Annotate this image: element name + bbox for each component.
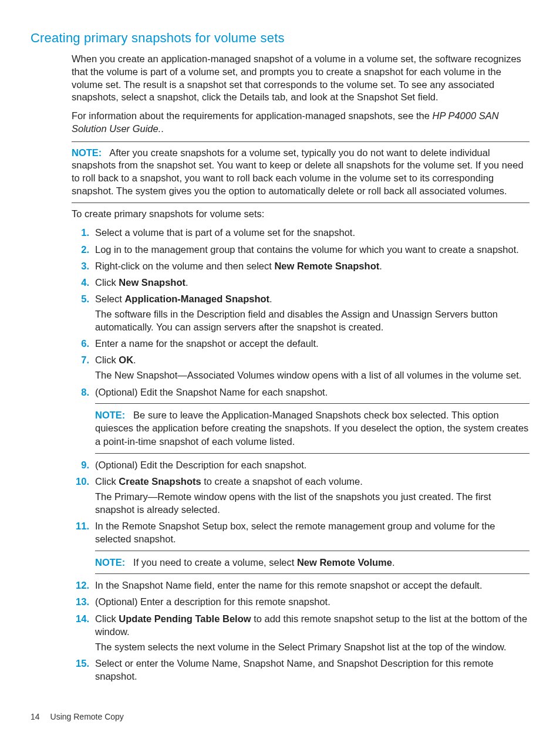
step-number: 8. bbox=[72, 386, 89, 399]
divider bbox=[95, 403, 529, 404]
step-number: 15. bbox=[72, 657, 89, 670]
step-number: 12. bbox=[72, 579, 89, 592]
step-text: In the Snapshot Name field, enter the na… bbox=[95, 580, 482, 590]
note-text: Be sure to leave the Application-Managed… bbox=[95, 410, 528, 447]
ui-action: New Snapshot bbox=[119, 277, 185, 288]
step-text: (Optional) Edit the Snapshot Name for ea… bbox=[95, 387, 328, 397]
intro-paragraph-2: For information about the requirements f… bbox=[72, 110, 529, 136]
footer-section: Using Remote Copy bbox=[50, 712, 124, 721]
step-text: . bbox=[269, 293, 272, 304]
page-number: 14 bbox=[31, 712, 40, 721]
step-number: 13. bbox=[72, 595, 89, 608]
step-number: 11. bbox=[72, 519, 89, 532]
note-label: NOTE: bbox=[95, 410, 125, 420]
step-text: (Optional) Enter a description for this … bbox=[95, 596, 330, 607]
body-content: When you create an application-managed s… bbox=[72, 53, 529, 683]
ui-action: New Remote Volume bbox=[297, 557, 392, 568]
note-label: NOTE: bbox=[72, 147, 102, 158]
step-text: (Optional) Edit the Description for each… bbox=[95, 460, 306, 470]
note-text: After you create snapshots for a volume … bbox=[72, 147, 524, 196]
note-label: NOTE: bbox=[95, 557, 125, 568]
step-6: 6.Enter a name for the snapshot or accep… bbox=[72, 337, 529, 350]
step-3: 3.Right-click on the volume and then sel… bbox=[72, 259, 529, 272]
step-number: 5. bbox=[72, 292, 89, 305]
step-text: Enter a name for the snapshot or accept … bbox=[95, 338, 319, 349]
page-footer: 14Using Remote Copy bbox=[31, 712, 124, 721]
divider bbox=[72, 202, 529, 203]
step-text: . bbox=[133, 355, 136, 365]
step-number: 10. bbox=[72, 475, 89, 488]
intro-paragraph-1: When you create an application-managed s… bbox=[72, 53, 529, 104]
step-text: Select bbox=[95, 293, 124, 304]
step-text: Click bbox=[95, 476, 119, 487]
ui-action: Update Pending Table Below bbox=[119, 613, 251, 624]
section-heading: Creating primary snapshots for volume se… bbox=[31, 31, 529, 46]
step-text: Log in to the management group that cont… bbox=[95, 244, 519, 255]
step-2: 2.Log in to the management group that co… bbox=[72, 243, 529, 256]
step-detail: The software fills in the Description fi… bbox=[95, 308, 529, 333]
step-text: . bbox=[379, 261, 382, 271]
divider bbox=[95, 551, 529, 551]
step-number: 4. bbox=[72, 276, 89, 289]
step-10: 10.Click Create Snapshots to create a sn… bbox=[72, 475, 529, 516]
note-block: NOTE: After you create snapshots for a v… bbox=[72, 147, 529, 198]
text: . bbox=[161, 123, 164, 134]
step-text: Click bbox=[95, 277, 119, 288]
step-7: 7.Click OK. The New Snapshot—Associated … bbox=[72, 353, 529, 382]
step-note: NOTE: If you need to create a volume, se… bbox=[95, 551, 529, 575]
procedure-steps: 1.Select a volume that is part of a volu… bbox=[72, 226, 529, 683]
step-number: 2. bbox=[72, 243, 89, 256]
step-number: 9. bbox=[72, 458, 89, 471]
step-4: 4.Click New Snapshot. bbox=[72, 276, 529, 289]
step-9: 9.(Optional) Edit the Description for ea… bbox=[72, 458, 529, 471]
step-number: 6. bbox=[72, 337, 89, 350]
step-1: 1.Select a volume that is part of a volu… bbox=[72, 226, 529, 239]
step-text: Click bbox=[95, 355, 119, 365]
divider bbox=[72, 141, 529, 142]
step-text: to create a snapshot of each volume. bbox=[201, 476, 363, 487]
step-11: 11.In the Remote Snapshot Setup box, sel… bbox=[72, 519, 529, 574]
procedure-intro: To create primary snapshots for volume s… bbox=[72, 208, 529, 221]
divider bbox=[95, 573, 529, 574]
step-12: 12.In the Snapshot Name field, enter the… bbox=[72, 579, 529, 592]
step-text: . bbox=[185, 277, 188, 288]
ui-action: Application-Managed Snapshot bbox=[124, 293, 269, 304]
step-number: 7. bbox=[72, 353, 89, 366]
page: Creating primary snapshots for volume se… bbox=[0, 0, 560, 746]
ui-action: OK bbox=[119, 355, 133, 365]
step-number: 3. bbox=[72, 259, 89, 272]
step-15: 15.Select or enter the Volume Name, Snap… bbox=[72, 657, 529, 683]
step-detail: The Primary—Remote window opens with the… bbox=[95, 490, 529, 516]
step-text: Right-click on the volume and then selec… bbox=[95, 261, 274, 271]
text: For information about the requirements f… bbox=[72, 110, 433, 121]
note-text: . bbox=[392, 557, 395, 568]
step-note: NOTE: Be sure to leave the Application-M… bbox=[95, 403, 529, 454]
step-number: 14. bbox=[72, 612, 89, 625]
step-5: 5.Select Application-Managed Snapshot. T… bbox=[72, 292, 529, 333]
step-text: Select or enter the Volume Name, Snapsho… bbox=[95, 658, 494, 681]
step-13: 13.(Optional) Enter a description for th… bbox=[72, 595, 529, 608]
step-8: 8.(Optional) Edit the Snapshot Name for … bbox=[72, 386, 529, 454]
step-number: 1. bbox=[72, 226, 89, 239]
step-text: Click bbox=[95, 613, 119, 624]
step-detail: The system selects the next volume in th… bbox=[95, 640, 529, 653]
step-text: In the Remote Snapshot Setup box, select… bbox=[95, 521, 495, 544]
divider bbox=[95, 453, 529, 454]
ui-action: New Remote Snapshot bbox=[274, 261, 379, 271]
note-text: If you need to create a volume, select bbox=[133, 557, 297, 568]
step-14: 14.Click Update Pending Table Below to a… bbox=[72, 612, 529, 653]
ui-action: Create Snapshots bbox=[119, 476, 201, 487]
step-detail: The New Snapshot—Associated Volumes wind… bbox=[95, 369, 529, 382]
step-text: Select a volume that is part of a volume… bbox=[95, 227, 355, 238]
